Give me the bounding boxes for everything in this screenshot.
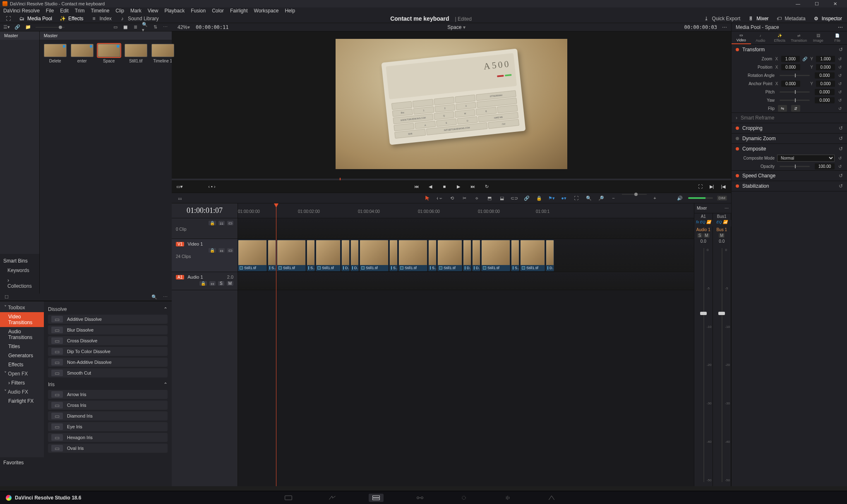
timeline-ruler[interactable]: 01:00:00:0001:00:02:0001:00:04:0001:00:0…	[238, 203, 694, 218]
loop-button[interactable]: ↻	[483, 183, 490, 190]
first-frame-button[interactable]: ⏮	[413, 183, 420, 190]
menu-color[interactable]: Color	[212, 8, 224, 14]
a1-lock-icon[interactable]: 🔒	[199, 281, 207, 286]
v0-disp-icon[interactable]: ▭	[227, 221, 233, 225]
media-clip-enter[interactable]: enter	[71, 44, 94, 63]
pos-reset-icon[interactable]: ↺	[837, 65, 843, 69]
page-edit[interactable]	[369, 494, 384, 502]
mixer-a1-fader[interactable]: 0-5-10-20-30-40-50	[694, 244, 713, 486]
zoom-link-icon[interactable]: 🔗	[802, 57, 807, 61]
yaw-reset-icon[interactable]: ↺	[837, 98, 843, 103]
page-color[interactable]	[456, 494, 471, 502]
fx-diamond-iris[interactable]: ▭Diamond Iris	[48, 411, 168, 420]
section-composite[interactable]: Composite↺	[732, 144, 847, 154]
inspector-toggle[interactable]: ⚙Inspector	[813, 15, 842, 21]
timeline-view-options[interactable]: ⚏	[176, 194, 184, 202]
inspector-options-button[interactable]: ⋯	[838, 24, 843, 30]
track-header-a1[interactable]: A1Audio 12.0 🔒⚏SM	[172, 272, 238, 290]
flip-h-button[interactable]: ⇋	[778, 105, 787, 112]
timeline-clip[interactable]: Still1.tif	[238, 240, 267, 271]
fx-item-fairlightfx[interactable]: Fairlight FX	[0, 397, 44, 406]
lock-button[interactable]: 🔒	[535, 194, 543, 202]
cropping-reset-icon[interactable]: ↺	[839, 125, 843, 131]
menu-fairlight[interactable]: Fairlight	[230, 8, 248, 14]
inspector-tab-image[interactable]: 🖼Image	[809, 31, 828, 44]
media-clip-space[interactable]: Space	[98, 44, 120, 63]
last-frame-button[interactable]: ⏭	[469, 183, 476, 190]
mixer-bus1-fader[interactable]: 0-5-10-20-30-40-50	[713, 244, 732, 486]
compmode-reset-icon[interactable]: ↺	[837, 156, 843, 160]
timeline-clip[interactable]: S...	[307, 240, 315, 271]
metadata-toggle[interactable]: 🏷Metadata	[776, 15, 806, 21]
viewer-zoom-menu[interactable]: 42%	[178, 24, 187, 30]
link-button[interactable]: 🔗	[523, 194, 531, 202]
menu-playback[interactable]: Playback	[164, 8, 185, 14]
rotation-reset-icon[interactable]: ↺	[837, 73, 843, 78]
mixer-toggle[interactable]: 🎚Mixer	[748, 15, 768, 21]
anchor-y-field[interactable]: 0.000	[816, 81, 835, 87]
fx-eye-iris[interactable]: ▭Eye Iris	[48, 422, 168, 431]
anchor-x-field[interactable]: 0.000	[781, 81, 800, 87]
pos-y-field[interactable]: 0.000	[816, 64, 835, 70]
timeline-clip[interactable]: S...	[511, 240, 519, 271]
fx-group-toolbox[interactable]: Toolbox	[0, 303, 44, 312]
section-transform-header[interactable]: Transform↺	[732, 45, 847, 55]
inspector-tab-audio[interactable]: ♪Audio	[751, 31, 770, 44]
fx-non-additive-dissolve[interactable]: ▭Non-Additive Dissolve	[48, 358, 168, 367]
inspector-tab-effects[interactable]: ✨Effects	[770, 31, 789, 44]
zoom-slider[interactable]	[622, 194, 647, 195]
timeline-clip[interactable]: D...	[546, 240, 554, 271]
maximize-button[interactable]: ☐	[807, 0, 826, 7]
zoom-custom-button[interactable]: 🔎	[597, 194, 605, 202]
section-smart-reframe[interactable]: › Smart Reframe	[732, 113, 847, 123]
sort-button[interactable]: ⇅	[152, 24, 158, 31]
media-clip-timeline-1[interactable]: Timeline 1	[151, 44, 174, 63]
quick-export-button[interactable]: ⤓Quick Export	[703, 15, 741, 21]
viewer-mode-button[interactable]: ▭▾	[176, 183, 183, 190]
minimize-button[interactable]: —	[789, 0, 807, 7]
fx-cross-dissolve[interactable]: ▭Cross Dissolve	[48, 336, 168, 345]
mixer-bus1-mute[interactable]: M	[719, 233, 725, 238]
v1-lock-icon[interactable]: 🔒	[209, 248, 216, 253]
viewer-options-button[interactable]: ⋯	[721, 24, 728, 31]
menu-davinci[interactable]: DaVinci Resolve	[3, 8, 40, 14]
fx-item-effects[interactable]: Effects	[0, 360, 44, 369]
strip-view-button[interactable]: ▭	[112, 24, 119, 31]
dynzoom-reset-icon[interactable]: ↺	[839, 136, 843, 141]
section-cropping[interactable]: Cropping↺	[732, 123, 847, 133]
fx-additive-dissolve[interactable]: ▭Additive Dissolve	[48, 315, 168, 324]
thumb-size-slider[interactable]	[59, 26, 62, 29]
track-lane-v1[interactable]: Still1.tifS...Still1.tifS...Still1.tifD.…	[238, 239, 694, 272]
inspector-tab-transition[interactable]: ⇄Transition	[789, 31, 809, 44]
track-header-v0[interactable]: 🔒⚏▭ 0 Clip	[172, 218, 238, 239]
mixer-a1-solo[interactable]: S	[697, 233, 703, 238]
section-dynamic-zoom[interactable]: Dynamic Zoom↺	[732, 134, 847, 143]
page-fusion[interactable]	[413, 494, 427, 502]
speed-reset-icon[interactable]: ↺	[839, 173, 843, 179]
thumb-view-button[interactable]: ▦	[122, 24, 129, 31]
v0-lock-icon[interactable]: 🔒	[209, 221, 216, 225]
effects-options-button[interactable]: ⋯	[162, 294, 168, 301]
opacity-slider[interactable]	[780, 166, 810, 167]
zoom-detail-button[interactable]: 🔍	[585, 194, 593, 202]
media-pool-options-button[interactable]: ⋯	[162, 24, 168, 31]
menu-file[interactable]: File	[46, 8, 54, 14]
flip-reset-icon[interactable]: ↺	[837, 106, 843, 111]
timeline-clip[interactable]: S...	[268, 240, 276, 271]
viewer-clip-name[interactable]: Space	[447, 24, 461, 30]
fx-item-audio-transitions[interactable]: Audio Transitions	[0, 327, 44, 342]
effects-search-button[interactable]: 🔍	[151, 294, 158, 301]
track-header-v1[interactable]: V1Video 1 🔒⚏▭ 24 Clips	[172, 239, 238, 272]
anchor-reset-icon[interactable]: ↺	[837, 81, 843, 86]
fx-hexagon-iris[interactable]: ▭Hexagon Iris	[48, 433, 168, 442]
fx-group-audiofx[interactable]: Audio FX	[0, 387, 44, 397]
dynamic-trim-tool[interactable]: ⟲	[448, 194, 456, 202]
rotation-slider[interactable]	[780, 75, 810, 76]
section-speed-change[interactable]: Speed Change↺	[732, 171, 847, 181]
media-pool-toggle[interactable]: 🗂Media Pool	[19, 15, 52, 21]
timeline-clip[interactable]: Still1.tif	[277, 240, 306, 271]
inspector-tab-video[interactable]: ▭Video	[732, 31, 751, 44]
transform-reset-icon[interactable]: ↺	[839, 47, 843, 53]
media-clip-still1-tif[interactable]: Still1.tif	[125, 44, 147, 63]
track-lane-v0[interactable]	[238, 218, 694, 239]
